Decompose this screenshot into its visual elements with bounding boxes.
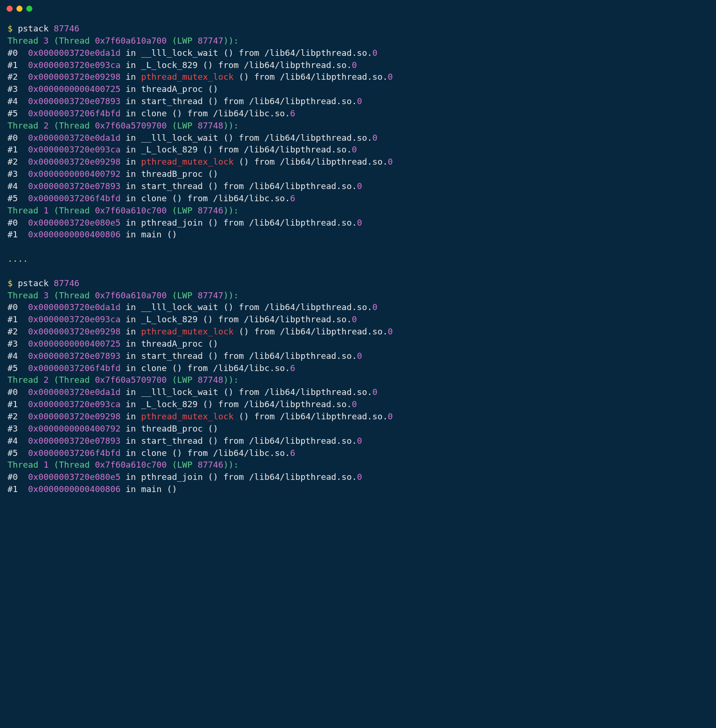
frame-segment: in start_thread () from /lib64/libpthrea…: [121, 436, 357, 446]
thread-number: 1: [44, 205, 49, 215]
frame-segment: pthread_mutex_lock: [141, 326, 234, 336]
frame-segment: #4: [8, 351, 28, 361]
thread-address: 0x7f60a610c700: [95, 460, 167, 470]
frame-segment: in: [121, 411, 141, 421]
stack-frame: #0 0x0000003720e0da1d in __lll_lock_wait…: [8, 301, 499, 313]
frame-segment: 0: [352, 399, 357, 409]
thread-address: 0x7f60a610a700: [95, 290, 167, 300]
frame-segment: in threadA_proc (): [121, 339, 218, 349]
frame-segment: 0: [388, 157, 393, 167]
frame-segment: in __lll_lock_wait () from /lib64/libpth…: [121, 133, 373, 143]
frame-segment: 0: [372, 387, 377, 397]
close-icon[interactable]: [7, 6, 13, 12]
prompt-symbol: $: [8, 23, 18, 33]
frame-segment: #3: [8, 84, 28, 94]
zoom-icon[interactable]: [26, 6, 32, 12]
thread-address: 0x7f60a610c700: [95, 205, 167, 215]
frame-segment: in main (): [121, 229, 177, 239]
stack-frame: #4 0x0000003720e07893 in start_thread ()…: [8, 350, 499, 362]
thread-address: 0x7f60a5709700: [95, 121, 167, 130]
frame-segment: in __lll_lock_wait () from /lib64/libpth…: [121, 387, 373, 397]
frame-segment: 0x00000037206f4bfd: [28, 448, 121, 458]
frame-segment: 0x0000003720e093ca: [28, 60, 121, 70]
frame-segment: () from /lib64/libpthread.so.: [234, 72, 388, 82]
frame-segment: 0: [372, 302, 377, 312]
frame-segment: in __lll_lock_wait () from /lib64/libpth…: [121, 302, 373, 312]
separator: ....: [8, 254, 28, 264]
frame-segment: #0: [8, 472, 28, 482]
frame-segment: 0x0000000000400725: [28, 84, 121, 94]
frame-segment: 0x0000003720e07893: [28, 181, 121, 191]
lwp-label: (LWP: [167, 460, 198, 470]
frame-segment: #0: [8, 48, 28, 58]
frame-segment: 0: [388, 411, 393, 421]
frame-segment: #1: [8, 229, 28, 239]
frame-segment: () from /lib64/libpthread.so.: [234, 411, 388, 421]
frame-segment: #4: [8, 96, 28, 106]
thread-label: (Thread: [49, 290, 95, 300]
stack-frame: #2 0x0000003720e09298 in pthread_mutex_l…: [8, 156, 499, 168]
lwp-number: 87748: [198, 375, 223, 385]
frame-segment: 0: [357, 472, 362, 482]
frame-segment: 6: [290, 193, 295, 203]
stack-frame: #2 0x0000003720e09298 in pthread_mutex_l…: [8, 326, 499, 338]
frame-segment: 0: [352, 60, 357, 70]
frame-segment: 0x0000003720e09298: [28, 72, 121, 82]
terminal-window: $ pstack 87746Thread 3 (Thread 0x7f60a61…: [0, 0, 507, 506]
stack-frame: #1 0x0000003720e093ca in _L_lock_829 () …: [8, 313, 499, 326]
thread-header: Thread 1 (Thread 0x7f60a610c700 (LWP 877…: [8, 205, 499, 217]
thread-address: 0x7f60a610a700: [95, 36, 167, 46]
frame-segment: 0x0000003720e07893: [28, 96, 121, 106]
frame-segment: #1: [8, 60, 28, 70]
frame-segment: 0x0000003720e080e5: [28, 218, 121, 228]
frame-segment: #4: [8, 181, 28, 191]
frame-segment: 0x0000003720e080e5: [28, 472, 121, 482]
lwp-label: (LWP: [167, 375, 198, 385]
frame-segment: 0: [357, 218, 362, 228]
stack-frame: #3 0x0000000000400792 in threadB_proc (): [8, 423, 499, 435]
frame-segment: #3: [8, 339, 28, 349]
frame-segment: #2: [8, 72, 28, 82]
frame-segment: in: [121, 157, 141, 167]
frame-segment: 6: [290, 108, 295, 118]
frame-segment: in _L_lock_829 () from /lib64/libpthread…: [121, 399, 352, 409]
terminal-output[interactable]: $ pstack 87746Thread 3 (Thread 0x7f60a61…: [0, 17, 507, 506]
blank-line: [8, 241, 499, 253]
frame-segment: 0x0000003720e07893: [28, 436, 121, 446]
thread-number: 3: [44, 290, 49, 300]
frame-segment: in threadA_proc (): [121, 84, 218, 94]
stack-frame: #0 0x0000003720e0da1d in __lll_lock_wait…: [8, 386, 499, 398]
lwp-label: (LWP: [167, 121, 198, 130]
frame-segment: 0x0000000000400792: [28, 424, 121, 433]
thread-number: 2: [44, 375, 49, 385]
frame-segment: in clone () from /lib64/libc.so.: [121, 448, 290, 458]
frame-segment: in threadB_proc (): [121, 424, 218, 433]
thread-label: Thread: [8, 205, 44, 215]
thread-label: )):: [223, 205, 239, 215]
frame-segment: #0: [8, 133, 28, 143]
command-arg: 87746: [54, 278, 80, 288]
frame-segment: in start_thread () from /lib64/libpthrea…: [121, 351, 357, 361]
frame-segment: in _L_lock_829 () from /lib64/libpthread…: [121, 60, 352, 70]
stack-frame: #5 0x00000037206f4bfd in clone () from /…: [8, 192, 499, 205]
lwp-number: 87748: [198, 121, 223, 130]
stack-frame: #5 0x00000037206f4bfd in clone () from /…: [8, 362, 499, 374]
frame-segment: 0x0000000000400725: [28, 339, 121, 349]
frame-segment: #0: [8, 387, 28, 397]
stack-frame: #1 0x0000000000400806 in main (): [8, 483, 499, 495]
blank-line: [8, 265, 499, 277]
thread-label: )):: [223, 36, 239, 46]
frame-segment: 0: [372, 133, 377, 143]
stack-frame: #0 0x0000003720e0da1d in __lll_lock_wait…: [8, 132, 499, 144]
prompt-line: $ pstack 87746: [8, 277, 499, 289]
frame-segment: #0: [8, 302, 28, 312]
frame-segment: in threadB_proc (): [121, 169, 218, 179]
frame-segment: () from /lib64/libpthread.so.: [234, 157, 388, 167]
frame-segment: in __lll_lock_wait () from /lib64/libpth…: [121, 48, 373, 58]
minimize-icon[interactable]: [16, 6, 23, 12]
frame-segment: 0x0000003720e07893: [28, 351, 121, 361]
frame-segment: 0: [388, 72, 393, 82]
frame-segment: 0: [357, 96, 362, 106]
stack-frame: #3 0x0000000000400792 in threadB_proc (): [8, 168, 499, 180]
thread-label: Thread: [8, 460, 44, 470]
